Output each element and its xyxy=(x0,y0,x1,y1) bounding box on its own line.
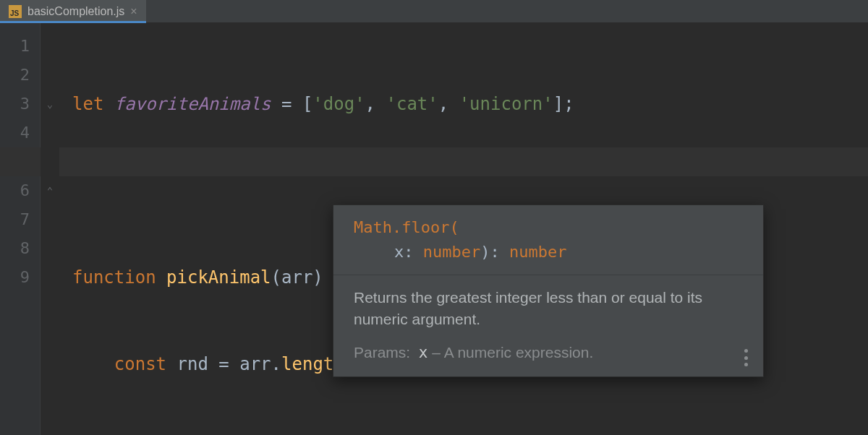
fold-none xyxy=(41,147,59,176)
doc-params-label: Params: xyxy=(354,344,410,361)
parameter-info-popup[interactable]: Math.floor( x: number): number Returns t… xyxy=(333,204,764,377)
editor: 💡 1 2 3 4 5 6 7 8 9 ⌄ ⌃ let favoriteAnim… xyxy=(0,23,868,435)
doc-description: Returns the greatest integer less than o… xyxy=(354,287,750,330)
sig-param-name: x xyxy=(394,243,404,261)
close-tab-icon[interactable]: × xyxy=(130,6,137,17)
fold-gutter: ⌄ ⌃ xyxy=(41,23,59,435)
line-number: 6 xyxy=(0,176,30,205)
line-number: 2 xyxy=(0,61,30,90)
punct: ( xyxy=(271,263,281,292)
doc-param-dash: – xyxy=(428,344,444,361)
param-arr: arr xyxy=(281,263,312,292)
fold-none xyxy=(41,119,59,147)
doc-param-desc: A numeric expression. xyxy=(444,344,594,361)
fold-close-icon[interactable]: ⌃ xyxy=(41,176,59,205)
sig-fn-name: Math.floor( xyxy=(354,218,459,236)
string: 'cat' xyxy=(386,90,438,119)
string: 'unicorn' xyxy=(459,90,553,119)
sig-param-type: number xyxy=(423,243,480,261)
fold-none xyxy=(41,32,59,61)
fold-none xyxy=(41,205,59,234)
file-tab-label: basicCompletion.js xyxy=(27,5,124,18)
line-number: 1 xyxy=(0,32,30,61)
js-file-icon-label: JS xyxy=(9,5,22,18)
var-arr: arr xyxy=(239,350,271,379)
line-number: 3 xyxy=(0,90,30,119)
popup-doc: Returns the greatest integer less than o… xyxy=(333,275,763,376)
line-number: 8 xyxy=(0,234,30,263)
punct: , xyxy=(438,90,459,119)
fold-none xyxy=(41,61,59,90)
punct: ]; xyxy=(553,90,574,119)
doc-param-code: x xyxy=(419,344,428,361)
line-number-gutter: 1 2 3 4 5 6 7 8 9 xyxy=(0,23,41,435)
punct: , xyxy=(365,90,386,119)
line-number: 9 xyxy=(0,263,30,292)
file-tab[interactable]: JS basicCompletion.js × xyxy=(0,0,146,23)
line-number: 7 xyxy=(0,205,30,234)
punct: = [ xyxy=(271,90,313,119)
fn-pickAnimal: pickAnimal xyxy=(166,263,271,292)
punct: = xyxy=(208,350,239,379)
js-file-icon: JS xyxy=(9,5,22,18)
sig-close: ): xyxy=(480,243,509,261)
sig-colon: : xyxy=(404,243,423,261)
var-favoriteAnimals: favoriteAnimals xyxy=(114,90,271,119)
fold-open-icon[interactable]: ⌄ xyxy=(41,90,59,119)
tab-bar: JS basicCompletion.js × xyxy=(0,0,868,23)
string: 'dog' xyxy=(312,90,365,119)
kw-let: let xyxy=(72,90,114,119)
popup-signature: Math.floor( x: number): number xyxy=(333,205,763,275)
indent xyxy=(72,350,114,379)
punct: . xyxy=(271,350,281,379)
var-rnd: rnd xyxy=(177,350,208,379)
kw-function: function xyxy=(72,263,166,292)
code-line: let favoriteAnimals = ['dog', 'cat', 'un… xyxy=(72,90,574,119)
code-line xyxy=(72,176,574,205)
fold-none xyxy=(41,234,59,263)
kw-const: const xyxy=(114,350,177,379)
sig-return-type: number xyxy=(509,243,566,261)
fold-none xyxy=(41,263,59,292)
popup-more-icon[interactable] xyxy=(739,349,753,366)
line-number: 4 xyxy=(0,119,30,147)
